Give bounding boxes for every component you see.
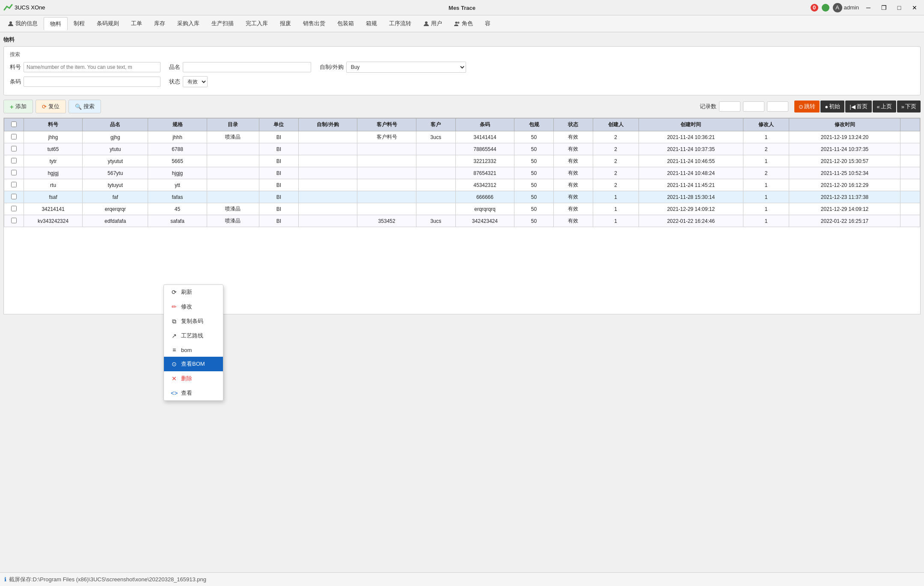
reset-button[interactable]: ⟳ 复位: [36, 100, 66, 113]
cell-cust-no: [357, 167, 416, 179]
row-checkbox[interactable]: [11, 218, 17, 223]
cm-route[interactable]: ↗ 工艺路线: [164, 329, 223, 343]
select-all-checkbox[interactable]: [11, 121, 17, 127]
cell-name: faf: [83, 191, 148, 203]
restore-button[interactable]: ❐: [878, 3, 890, 12]
next-page-button[interactable]: » 下页: [897, 101, 921, 112]
product-name-input[interactable]: [183, 62, 311, 72]
records-count-input[interactable]: 8: [719, 101, 740, 112]
edit-icon: ✏: [171, 303, 178, 310]
cell-modifier: 2: [743, 167, 789, 179]
status-bar: ℹ 截屏保存:D:\Program Files (x86)\3UCS\scree…: [0, 572, 924, 586]
cell-catalog: 喷漆品: [207, 203, 259, 215]
cell-self-buy: [298, 143, 357, 155]
cell-create-time: 2021-11-28 15:30:14: [639, 191, 743, 203]
search-button[interactable]: 🔍 搜索: [68, 100, 101, 113]
cell-catalog: 喷漆品: [207, 131, 259, 143]
nav-item-barcode-rule[interactable]: 条码规则: [91, 17, 125, 30]
row-checkbox-cell[interactable]: [4, 191, 24, 203]
cell-cust-no: 客户料号: [357, 131, 416, 143]
table-row[interactable]: kv343242324 edfdafafa safafa 喷漆品 BI 3534…: [4, 215, 920, 227]
nav-item-box[interactable]: 包装箱: [331, 17, 360, 30]
barcode-input[interactable]: [24, 77, 160, 87]
row-checkbox-cell[interactable]: [4, 131, 24, 143]
row-checkbox[interactable]: [11, 146, 17, 151]
status-label: 状态: [169, 78, 180, 86]
cell-modifier: 1: [743, 179, 789, 191]
table-row[interactable]: rtu tytuyut ytt BI 45342312 50 有效 2 2021…: [4, 179, 920, 191]
nav-item-sales[interactable]: 销售出货: [297, 17, 331, 30]
nav-item-purchase[interactable]: 采购入库: [171, 17, 205, 30]
nav-item-workorder[interactable]: 工单: [125, 17, 148, 30]
row-checkbox[interactable]: [11, 134, 17, 139]
cell-extra: [900, 179, 920, 191]
table-row[interactable]: fsaf faf fafas BI 666666 50 有效 1 2021-11…: [4, 191, 920, 203]
table-row[interactable]: tut65 ytutu 6788 BI 78865544 50 有效 2 202…: [4, 143, 920, 155]
cell-self-buy: [298, 215, 357, 227]
maximize-button[interactable]: □: [893, 3, 905, 12]
material-no-input[interactable]: [24, 62, 160, 72]
row-checkbox[interactable]: [11, 158, 17, 163]
first-page-button[interactable]: |◀ 首页: [845, 101, 871, 112]
cm-refresh[interactable]: ⟳ 刷新: [164, 285, 223, 299]
nav-item-myinfo[interactable]: 我的信息: [2, 17, 44, 30]
cm-view-bom[interactable]: ⊙ 查看BOM: [164, 357, 223, 371]
jump-button[interactable]: ⊙ 跳转: [794, 101, 820, 112]
nav-item-flow[interactable]: 工序流转: [383, 17, 417, 30]
row-checkbox[interactable]: [11, 194, 17, 199]
table-row[interactable]: tytr ytyutut 5665 BI 32212332 50 有效 2 20…: [4, 155, 920, 167]
cell-cust-no: [357, 203, 416, 215]
add-button[interactable]: + 添加: [3, 100, 33, 113]
nav-item-finish[interactable]: 完工入库: [240, 17, 274, 30]
cell-spec: hjgjg: [148, 167, 207, 179]
nav-item-user[interactable]: 用户: [417, 17, 448, 30]
cell-customer: [416, 167, 455, 179]
status-select[interactable]: 有效 无效 全部: [183, 76, 208, 87]
page-num-input[interactable]: 1: [743, 101, 764, 112]
row-checkbox-cell[interactable]: [4, 143, 24, 155]
cell-creator: 2: [593, 131, 639, 143]
material-no-label: 料号: [10, 63, 21, 71]
nav-item-role[interactable]: 角色: [448, 17, 479, 30]
nav-item-scan[interactable]: 生产扫描: [205, 17, 240, 30]
row-checkbox-cell[interactable]: [4, 155, 24, 167]
prev-page-button[interactable]: « 上页: [873, 101, 896, 112]
cell-creator: 2: [593, 143, 639, 155]
cm-edit[interactable]: ✏ 修改: [164, 299, 223, 314]
cell-modifier: 1: [743, 155, 789, 167]
nav-item-container[interactable]: 容: [479, 17, 496, 30]
cm-bom[interactable]: ≡ bom: [164, 343, 223, 357]
cell-status: 有效: [553, 131, 593, 143]
row-checkbox[interactable]: [11, 182, 17, 187]
cell-status: 有效: [553, 155, 593, 167]
row-checkbox-cell[interactable]: [4, 179, 24, 191]
nav-item-scrap[interactable]: 报废: [274, 17, 297, 30]
close-button[interactable]: ✕: [909, 3, 921, 12]
notification-badge[interactable]: 0: [811, 4, 818, 12]
nav-item-material[interactable]: 物料: [44, 17, 68, 30]
nav-item-inventory[interactable]: 库存: [148, 17, 171, 30]
self-purchase-select[interactable]: Buy Make 全部: [346, 62, 466, 73]
minimize-button[interactable]: ─: [862, 3, 874, 12]
table-row[interactable]: 34214141 erqerqrqr 45 喷漆品 BI erqrqrqrq 5…: [4, 203, 920, 215]
cell-name: edfdafafa: [83, 215, 148, 227]
user-icon: [423, 21, 429, 27]
cm-view[interactable]: <> 查看: [164, 386, 223, 400]
table-row[interactable]: jhhg gjhg jhhh 喷漆品 BI 客户料号 3ucs 34141414…: [4, 131, 920, 143]
row-checkbox-cell[interactable]: [4, 215, 24, 227]
jump-icon: ⊙: [799, 104, 803, 110]
row-checkbox[interactable]: [11, 206, 17, 211]
view-icon: <>: [171, 390, 178, 397]
nav-item-process[interactable]: 制程: [68, 17, 91, 30]
row-checkbox[interactable]: [11, 170, 17, 175]
cm-copy-barcode[interactable]: ⧉ 复制条码: [164, 314, 223, 329]
cell-status: 有效: [553, 191, 593, 203]
row-checkbox-cell[interactable]: [4, 167, 24, 179]
cm-delete[interactable]: ✕ 删除: [164, 371, 223, 386]
row-checkbox-cell[interactable]: [4, 203, 24, 215]
table-row[interactable]: hgjgj 567ytu hjgjg BI 87654321 50 有效 2 2…: [4, 167, 920, 179]
cell-catalog: [207, 143, 259, 155]
total-pages-input[interactable]: 1: [767, 101, 788, 112]
nav-item-boxrule[interactable]: 箱规: [360, 17, 383, 30]
start-button[interactable]: ● 初始: [820, 101, 844, 112]
